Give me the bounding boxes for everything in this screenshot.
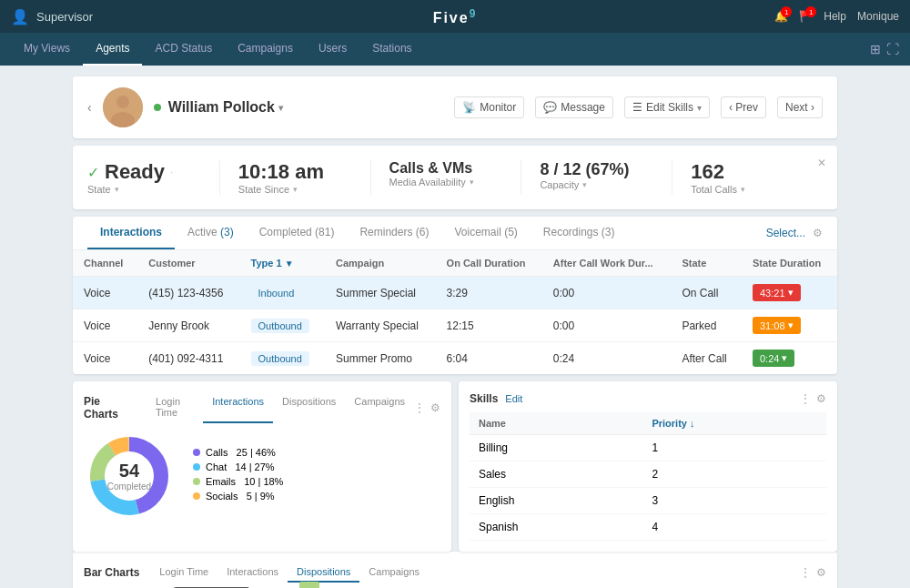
- agent-header-left: ‹ William Pollock ▾: [87, 87, 283, 127]
- media-caret-icon[interactable]: ▾: [470, 177, 474, 187]
- tab-completed[interactable]: Completed (81): [247, 217, 348, 249]
- skills-icon: ☰: [632, 101, 642, 114]
- pie-charts-card: Pie Charts Login Time Interactions Dispo…: [73, 381, 451, 552]
- skill-name: Sales: [470, 461, 642, 488]
- pie-tab-dispositions[interactable]: Dispositions: [273, 392, 345, 423]
- tab-active[interactable]: Active (3): [175, 217, 247, 249]
- user-menu[interactable]: Monique: [857, 10, 899, 23]
- bar-charts-card: Bar Charts Login Time Interactions Dispo…: [73, 552, 837, 588]
- select-link[interactable]: Select...: [766, 227, 805, 239]
- cell-on-call: 3:29: [436, 277, 542, 309]
- skills-settings-icon[interactable]: ⚙: [816, 392, 826, 405]
- pie-total: 54: [107, 461, 151, 482]
- pie-tab-login[interactable]: Login Time: [147, 392, 203, 423]
- col-after-call: After Call Work Dur...: [542, 250, 672, 277]
- cell-customer: (401) 092-4311: [137, 342, 239, 375]
- legend-chat-dot: [193, 463, 200, 471]
- next-button[interactable]: Next ›: [777, 96, 823, 118]
- skill-row: Spanish 4: [470, 514, 826, 541]
- grid-icon[interactable]: ⊞: [870, 42, 881, 56]
- nav-my-views[interactable]: My Views: [11, 33, 83, 66]
- tab-interactions[interactable]: Interactions: [87, 217, 175, 249]
- col-customer: Customer: [137, 250, 239, 277]
- pie-tabs: Login Time Interactions Dispositions Cam…: [147, 392, 414, 423]
- skill-name: English: [470, 488, 642, 514]
- edit-skills-button[interactable]: ☰ Edit Skills ▾: [624, 96, 710, 118]
- nav-stations[interactable]: Stations: [359, 33, 424, 66]
- skill-priority: 2: [642, 461, 826, 488]
- monitor-button[interactable]: 📡 Monitor: [454, 96, 524, 118]
- total-calls-caret-icon[interactable]: ▾: [741, 185, 745, 194]
- bar-settings-icon[interactable]: ⚙: [816, 566, 826, 579]
- pie-tab-interactions[interactable]: Interactions: [203, 392, 273, 423]
- nav-links: My Views Agents ACD Status Campaigns Use…: [11, 33, 425, 66]
- notification-bell-icon[interactable]: 🔔1: [774, 10, 788, 23]
- cell-channel: Voice: [73, 277, 137, 309]
- table-settings-icon[interactable]: ⚙: [813, 227, 823, 239]
- cell-after-call: 0:00: [542, 277, 672, 309]
- tab-recordings[interactable]: Recordings (3): [531, 217, 628, 249]
- bar-tab-interactions[interactable]: Interactions: [217, 563, 288, 583]
- agent-dropdown-icon[interactable]: ▾: [278, 103, 283, 113]
- agent-header: ‹ William Pollock ▾ 📡 Monitor 💬: [73, 76, 837, 138]
- cell-state: Parked: [671, 309, 742, 342]
- stat-calls-value: 162: [691, 160, 804, 184]
- state-since-caret-icon[interactable]: ▾: [293, 185, 298, 194]
- capacity-caret-icon[interactable]: ▾: [582, 180, 587, 189]
- state-caret-icon[interactable]: ▾: [115, 185, 119, 194]
- agent-name: William Pollock ▾: [154, 99, 283, 116]
- message-button[interactable]: 💬 Message: [535, 96, 613, 118]
- pie-more-icon[interactable]: ⋮: [414, 401, 425, 414]
- back-button[interactable]: ‹: [87, 100, 92, 115]
- nav-users[interactable]: Users: [306, 33, 359, 66]
- stats-close-icon[interactable]: ✕: [817, 157, 826, 169]
- stat-time-value: 10:18 am: [238, 160, 352, 184]
- bar-tab-login[interactable]: Login Time: [150, 563, 217, 583]
- prev-button[interactable]: ‹ Prev: [721, 96, 766, 118]
- legend-calls: Calls 25 | 46%: [193, 447, 283, 458]
- col-channel: Channel: [73, 250, 137, 277]
- legend-emails: Emails 10 | 18%: [193, 476, 283, 487]
- pie-settings-icon[interactable]: ⚙: [430, 401, 440, 414]
- col-on-call: On Call Duration: [436, 250, 542, 277]
- tab-voicemail[interactable]: Voicemail (5): [441, 217, 530, 249]
- skills-more-icon[interactable]: ⋮: [800, 392, 811, 405]
- expand-icon[interactable]: ⛶: [886, 42, 899, 56]
- state-divider: ·: [170, 166, 173, 178]
- nav-agents[interactable]: Agents: [83, 33, 142, 66]
- skill-row: English 3: [470, 488, 826, 514]
- timer-caret-icon[interactable]: ▾: [788, 287, 794, 299]
- bar-more-icon[interactable]: ⋮: [800, 566, 811, 579]
- pie-center: 54 Completed: [107, 461, 151, 492]
- pie-legend: Calls 25 | 46% Chat 14 | 27% Emails 10 |…: [193, 447, 283, 505]
- pie-center-label: Completed: [107, 482, 151, 492]
- timer-caret-icon[interactable]: ▾: [782, 352, 787, 364]
- top-bar-right: 🔔1 🚩1 Help Monique: [774, 10, 899, 23]
- help-menu[interactable]: Help: [824, 10, 846, 23]
- nav-acd-status[interactable]: ACD Status: [142, 33, 225, 66]
- col-type: Type 1 ▼: [240, 250, 325, 277]
- tab-reminders[interactable]: Reminders (6): [347, 217, 441, 249]
- cell-type: Outbound: [240, 342, 325, 375]
- stat-calls-label: Total Calls ▾: [691, 184, 804, 195]
- stat-media-value: Calls & VMs: [389, 160, 503, 177]
- top-bar: 👤 Supervisor Five9 🔔1 🚩1 Help Monique: [0, 0, 910, 33]
- bar-tab-campaigns[interactable]: Campaigns: [359, 563, 429, 583]
- timer-caret-icon[interactable]: ▾: [788, 319, 794, 331]
- cell-campaign: Summer Special: [325, 277, 436, 309]
- supervisor-label: Supervisor: [36, 10, 93, 24]
- pie-tab-campaigns[interactable]: Campaigns: [345, 392, 414, 423]
- stats-card: ✕ ✓ Ready · State ▾ 10:18 am State Since…: [73, 146, 837, 209]
- bar-tab-dispositions[interactable]: Dispositions: [288, 563, 359, 583]
- message-icon: 💬: [543, 101, 557, 114]
- nav-campaigns[interactable]: Campaigns: [225, 33, 306, 66]
- notification-flag-icon[interactable]: 🚩1: [799, 10, 813, 23]
- cell-channel: Voice: [73, 342, 137, 375]
- legend-chat: Chat 14 | 27%: [193, 461, 283, 472]
- stat-state-value: Ready: [105, 160, 165, 184]
- stat-state-since: 10:18 am State Since ▾: [220, 160, 371, 195]
- cell-type: Inbound: [240, 277, 325, 309]
- edit-skills-link[interactable]: Edit: [505, 393, 522, 404]
- cell-state-duration: 31:08 ▾: [742, 309, 837, 342]
- legend-emails-dot: [193, 478, 200, 485]
